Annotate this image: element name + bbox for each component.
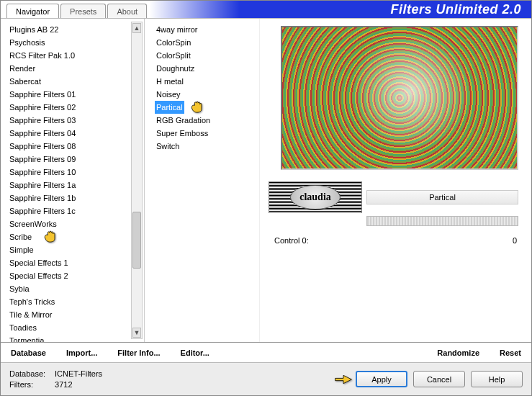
control-label: Control 0: bbox=[274, 236, 309, 245]
tab-presets[interactable]: Presets bbox=[60, 4, 106, 18]
list-item[interactable]: Sapphire Filters 08 bbox=[8, 140, 77, 153]
category-list[interactable]: Plugins AB 22PsychosisRCS Filter Pak 1.0… bbox=[1, 19, 145, 342]
list-item[interactable]: RCS Filter Pak 1.0 bbox=[8, 49, 76, 62]
filter-info-button[interactable]: Filter Info... bbox=[117, 348, 160, 357]
logo-text: claudia bbox=[290, 185, 341, 210]
tab-bar: NavigatorPresetsAbout bbox=[1, 4, 148, 18]
list-item[interactable]: Plugins AB 22 bbox=[8, 23, 60, 36]
import-button[interactable]: Import... bbox=[66, 348, 97, 357]
list-item[interactable]: Special Effects 2 bbox=[8, 269, 70, 282]
randomize-button[interactable]: Randomize bbox=[437, 348, 479, 357]
list-item[interactable]: Noisey bbox=[155, 88, 182, 101]
list-item[interactable]: Simple bbox=[8, 243, 35, 256]
list-item[interactable]: RGB Gradation bbox=[155, 114, 212, 127]
app-title: Filters Unlimited 2.0 bbox=[390, 2, 531, 17]
list-item[interactable]: ColorSpin bbox=[155, 36, 192, 49]
list-item[interactable]: Sapphire Filters 04 bbox=[8, 127, 77, 140]
list-item[interactable]: Sapphire Filters 01 bbox=[8, 88, 77, 101]
list-item[interactable]: Toadies bbox=[8, 321, 38, 334]
database-button[interactable]: Database bbox=[11, 348, 46, 357]
filters-count-value: 3712 bbox=[55, 380, 72, 389]
cancel-button[interactable]: Cancel bbox=[413, 371, 465, 387]
list-item[interactable]: Doughnutz bbox=[155, 62, 196, 75]
list-item[interactable]: Switch bbox=[155, 140, 181, 153]
list-item[interactable]: Sabercat bbox=[8, 75, 42, 88]
list-item[interactable]: Super Emboss bbox=[155, 127, 209, 140]
list-item[interactable]: Psychosis bbox=[8, 36, 47, 49]
reset-button[interactable]: Reset bbox=[500, 348, 521, 357]
scroll-down-icon[interactable]: ▼ bbox=[132, 328, 141, 338]
list-item[interactable]: Tormentia bbox=[8, 334, 45, 342]
pointer-icon bbox=[189, 99, 208, 114]
list-item[interactable]: ScreenWorks bbox=[8, 217, 58, 230]
preview-image bbox=[281, 26, 518, 170]
apply-button[interactable]: Apply bbox=[356, 371, 407, 387]
scrollbar-thumb[interactable] bbox=[132, 212, 141, 269]
list-item[interactable]: Sapphire Filters 02 bbox=[8, 101, 77, 114]
list-item[interactable]: Special Effects 1 bbox=[8, 256, 70, 269]
scroll-up-icon[interactable]: ▲ bbox=[132, 23, 141, 33]
list-item[interactable]: Sapphire Filters 1a bbox=[8, 179, 77, 192]
list-item[interactable]: Sybia bbox=[8, 282, 31, 295]
toolbar: Database Import... Filter Info... Editor… bbox=[1, 342, 531, 362]
help-button[interactable]: Help bbox=[471, 371, 523, 387]
list-item[interactable]: Scribe bbox=[8, 230, 33, 243]
list-item[interactable]: 4way mirror bbox=[155, 23, 199, 36]
pointer-icon bbox=[334, 372, 353, 387]
list-item[interactable]: Sapphire Filters 10 bbox=[8, 166, 77, 179]
list-item[interactable]: Sapphire Filters 03 bbox=[8, 114, 77, 127]
database-label: Database: bbox=[9, 369, 53, 379]
filter-list[interactable]: 4way mirrorColorSpinColorSplitDoughnutzH… bbox=[145, 19, 260, 342]
tab-about[interactable]: About bbox=[107, 4, 147, 18]
tab-navigator[interactable]: Navigator bbox=[6, 4, 59, 18]
right-panel: claudia Partical Control 0: 0 bbox=[260, 19, 531, 342]
filters-count-label: Filters: bbox=[9, 379, 53, 390]
list-item[interactable]: H metal bbox=[155, 75, 185, 88]
database-value: ICNET-Filters bbox=[55, 369, 102, 378]
list-item[interactable]: Sapphire Filters 1c bbox=[8, 204, 77, 217]
list-item[interactable]: Partical bbox=[155, 101, 184, 114]
author-logo: claudia bbox=[269, 181, 362, 213]
status-info: Database: ICNET-Filters Filters: 3712 bbox=[9, 369, 102, 390]
editor-button[interactable]: Editor... bbox=[181, 348, 209, 357]
control-value: 0 bbox=[513, 236, 517, 245]
list-item[interactable]: Tile & Mirror bbox=[8, 308, 53, 321]
pointer-icon bbox=[42, 229, 61, 243]
list-item[interactable]: Sapphire Filters 1b bbox=[8, 192, 77, 204]
filter-name-label: Partical bbox=[366, 190, 518, 204]
list-item[interactable]: Render bbox=[8, 62, 37, 75]
list-item[interactable]: Sapphire Filters 09 bbox=[8, 153, 77, 166]
category-scrollbar[interactable]: ▲ ▼ bbox=[131, 22, 143, 339]
slider-track[interactable] bbox=[366, 216, 518, 226]
list-item[interactable]: ColorSplit bbox=[155, 49, 192, 62]
list-item[interactable]: Teph's Tricks bbox=[8, 295, 56, 308]
